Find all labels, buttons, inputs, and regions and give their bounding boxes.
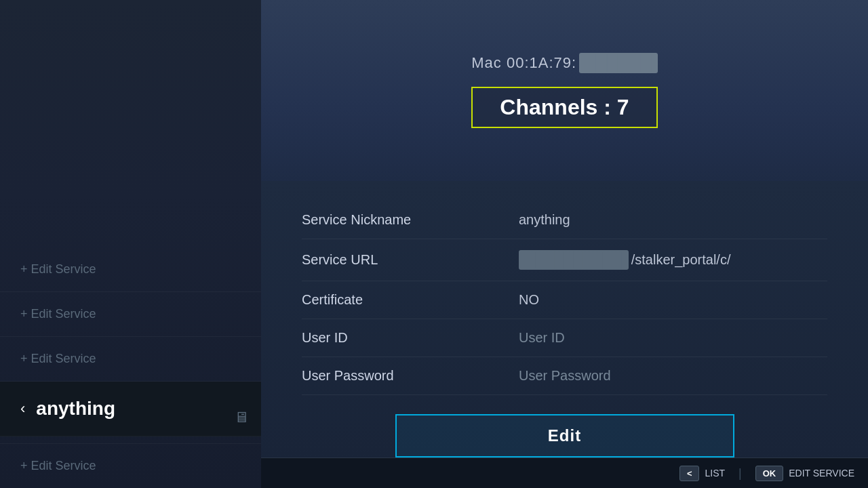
- channels-badge: Channels : 7: [471, 87, 657, 128]
- sidebar-item-2[interactable]: + Edit Service: [0, 337, 261, 382]
- edit-button-wrap: Edit: [302, 414, 827, 458]
- field-value-cert: NO: [519, 292, 539, 308]
- url-suffix: /stalker_portal/c/: [631, 252, 731, 267]
- ok-label: EDIT SERVICE: [789, 468, 854, 479]
- field-value-userid: User ID: [519, 330, 565, 346]
- edit-button[interactable]: Edit: [395, 414, 734, 458]
- field-label-url: Service URL: [302, 252, 519, 268]
- sidebar-item-1[interactable]: + Edit Service: [0, 292, 261, 337]
- ok-action[interactable]: OK EDIT SERVICE: [755, 466, 854, 481]
- field-label-userid: User ID: [302, 330, 519, 346]
- form-row-password: User Password User Password: [302, 357, 827, 395]
- form-row-url: Service URL ██████████/stalker_portal/c/: [302, 239, 827, 281]
- mac-address: Mac 00:1A:79:██████: [471, 53, 657, 73]
- field-value-nickname: anything: [519, 212, 570, 228]
- field-value-url: ██████████/stalker_portal/c/: [519, 250, 730, 270]
- sidebar-item-active[interactable]: ‹ anything 🖥: [0, 382, 261, 436]
- form-row-userid: User ID User ID: [302, 319, 827, 357]
- list-action[interactable]: < LIST: [679, 466, 725, 481]
- field-label-cert: Certificate: [302, 292, 519, 308]
- form-row-nickname: Service Nickname anything: [302, 201, 827, 239]
- main-container: + Edit Service + Edit Service + Edit Ser…: [0, 0, 868, 488]
- field-label-password: User Password: [302, 368, 519, 384]
- header-area: Mac 00:1A:79:██████ Channels : 7: [261, 0, 868, 181]
- monitor-icon: 🖥: [234, 409, 249, 426]
- sidebar-item-label-4: + Edit Service: [20, 459, 96, 472]
- url-redacted: ██████████: [519, 250, 629, 270]
- sidebar-item-label-0: + Edit Service: [20, 262, 96, 277]
- monitor-icon-wrap: 🖥: [234, 409, 249, 426]
- sidebar: + Edit Service + Edit Service + Edit Ser…: [0, 0, 261, 488]
- field-value-password: User Password: [519, 368, 611, 384]
- bottom-bar: < LIST | OK EDIT SERVICE: [261, 458, 868, 488]
- channels-label: Channels : 7: [500, 95, 629, 119]
- separator: |: [738, 466, 742, 481]
- active-item-label: anything: [36, 398, 115, 420]
- field-label-nickname: Service Nickname: [302, 212, 519, 228]
- sidebar-item-0[interactable]: + Edit Service: [0, 247, 261, 292]
- form-area: Service Nickname anything Service URL ██…: [261, 181, 868, 458]
- sidebar-item-4[interactable]: + Edit Service: [0, 443, 261, 488]
- sidebar-item-label-1: + Edit Service: [20, 307, 96, 321]
- back-arrow-icon: ‹: [20, 400, 25, 418]
- sidebar-item-label-2: + Edit Service: [20, 352, 96, 366]
- mac-redacted: ██████: [579, 53, 658, 73]
- sidebar-items-top: + Edit Service + Edit Service + Edit Ser…: [0, 0, 261, 443]
- list-label: LIST: [705, 468, 725, 479]
- right-panel: Mac 00:1A:79:██████ Channels : 7 Service…: [261, 0, 868, 488]
- mac-label: Mac 00:1A:79:: [471, 54, 576, 71]
- form-row-cert: Certificate NO: [302, 281, 827, 319]
- list-key: <: [679, 466, 700, 481]
- active-item-content: ‹ anything: [20, 398, 241, 420]
- edit-button-label: Edit: [548, 426, 581, 445]
- ok-key: OK: [755, 466, 784, 481]
